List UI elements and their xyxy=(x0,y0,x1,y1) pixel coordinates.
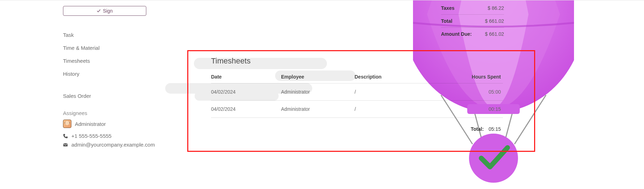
summary-panel: Taxes $ 86.22 Total $ 661.02 Amount Due:… xyxy=(441,2,504,40)
cell-hours: 05:00 xyxy=(439,89,503,95)
cell-description: / xyxy=(355,89,439,95)
assignee-name: Administrator xyxy=(75,121,106,127)
col-hours: Hours Spent xyxy=(439,74,503,80)
cell-hours: 00:15 xyxy=(439,106,503,112)
summary-due-value: $ 661.02 xyxy=(485,31,504,37)
timesheets-total-row: Total: 05:15 xyxy=(211,118,503,132)
total-label: Total: xyxy=(471,126,484,132)
summary-total-label: Total xyxy=(441,18,452,24)
cell-date: 04/02/2024 xyxy=(211,89,281,95)
col-employee: Employee xyxy=(281,74,355,80)
timesheets-title: Timesheets xyxy=(211,56,503,66)
table-header: Date Employee Description Hours Spent xyxy=(211,70,503,83)
sidebar: Sign Task Time & Material Timesheets His… xyxy=(63,6,154,149)
cell-date: 04/02/2024 xyxy=(211,106,281,112)
summary-total-value: $ 661.02 xyxy=(485,18,504,24)
email-text: admin@yourcompany.example.com xyxy=(71,142,155,148)
sign-button-label: Sign xyxy=(103,8,113,14)
table-row: 04/02/2024 Administrator / 05:00 xyxy=(211,83,503,101)
sidebar-item-sales-order[interactable]: Sales Order xyxy=(63,89,154,102)
cell-employee: Administrator xyxy=(281,106,355,112)
timesheets-panel: Timesheets Date Employee Description Hou… xyxy=(211,56,503,132)
total-hours: 05:15 xyxy=(489,126,501,132)
col-date: Date xyxy=(211,74,281,80)
phone-text: +1 555-555-5555 xyxy=(71,133,112,139)
summary-taxes-label: Taxes xyxy=(441,5,455,11)
cell-description: / xyxy=(355,106,439,112)
table-row: 04/02/2024 Administrator / 00:15 xyxy=(211,101,503,118)
assignees-heading: Assignees xyxy=(63,107,154,118)
avatar xyxy=(63,120,71,128)
svg-rect-7 xyxy=(63,143,68,146)
cell-employee: Administrator xyxy=(281,89,355,95)
sidebar-item-time-material[interactable]: Time & Material xyxy=(63,41,154,54)
sign-button[interactable]: Sign xyxy=(63,6,146,16)
sidebar-item-timesheets[interactable]: Timesheets xyxy=(63,54,154,67)
summary-row-total: Total $ 661.02 xyxy=(441,15,504,28)
summary-row-taxes: Taxes $ 86.22 xyxy=(441,2,504,15)
sidebar-item-history[interactable]: History xyxy=(63,67,154,80)
col-description: Description xyxy=(355,74,439,80)
envelope-icon xyxy=(63,142,68,147)
phone-icon xyxy=(63,134,68,139)
sidebar-item-task[interactable]: Task xyxy=(63,28,154,41)
assignee-row: Administrator xyxy=(63,118,154,131)
summary-taxes-value: $ 86.22 xyxy=(488,5,504,11)
timesheets-table: Date Employee Description Hours Spent 04… xyxy=(211,70,503,132)
contact-email[interactable]: admin@yourcompany.example.com xyxy=(63,140,154,149)
summary-row-due: Amount Due: $ 661.02 xyxy=(441,28,504,40)
summary-due-label: Amount Due: xyxy=(441,31,472,37)
contact-phone[interactable]: +1 555-555-5555 xyxy=(63,131,154,140)
check-icon xyxy=(97,9,101,13)
